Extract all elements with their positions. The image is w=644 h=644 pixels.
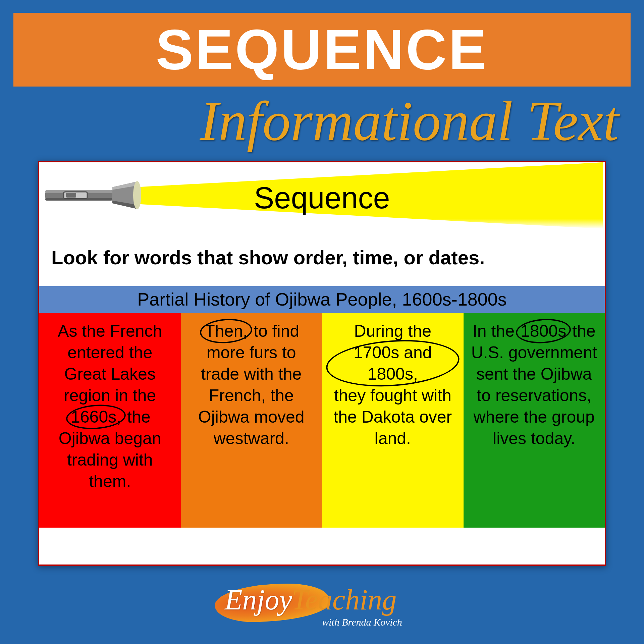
step-keyword: 1700s and 1800s, xyxy=(329,342,456,385)
sequence-step-3: During the 1700s and 1800s, they fought … xyxy=(322,313,464,528)
slide-card: Sequence Look for words that show order,… xyxy=(38,161,606,566)
card-heading: Sequence xyxy=(39,181,605,215)
page-subtitle: Informational Text xyxy=(200,89,619,153)
logo-word-enjoy: Enjoy xyxy=(225,583,292,616)
step-keyword: 1800s xyxy=(519,320,568,342)
sequence-step-2: Then, to find more furs to trade with th… xyxy=(181,313,322,528)
brand-logo: Enjoy Teaching with Brenda Kovich xyxy=(0,577,644,634)
step-text-post: they fought with the Dakota over land. xyxy=(333,386,452,448)
step-text-pre: In the xyxy=(473,322,519,340)
step-keyword: Then, xyxy=(203,320,249,342)
card-subheader: Partial History of Ojibwa People, 1600s-… xyxy=(39,286,605,313)
instruction-text: Look for words that show order, time, or… xyxy=(39,233,605,286)
logo-byline: with Brenda Kovich xyxy=(322,616,402,628)
logo-word-teaching: Teaching xyxy=(292,583,396,616)
card-footer-blank xyxy=(39,528,605,563)
sequence-step-1: As the French entered the Great Lakes re… xyxy=(39,313,181,528)
title-bar: SEQUENCE xyxy=(13,13,631,87)
card-header: Sequence xyxy=(39,162,605,233)
sequence-step-4: In the 1800s the U.S. government sent th… xyxy=(464,313,605,528)
step-text-pre: As the French entered the Great Lakes re… xyxy=(58,322,162,405)
page-title: SEQUENCE xyxy=(156,17,488,82)
subtitle-wrap: Informational Text xyxy=(0,89,644,153)
step-text-pre: During the xyxy=(354,322,431,340)
sequence-columns: As the French entered the Great Lakes re… xyxy=(39,313,605,528)
step-keyword: 1660s, xyxy=(69,406,122,428)
